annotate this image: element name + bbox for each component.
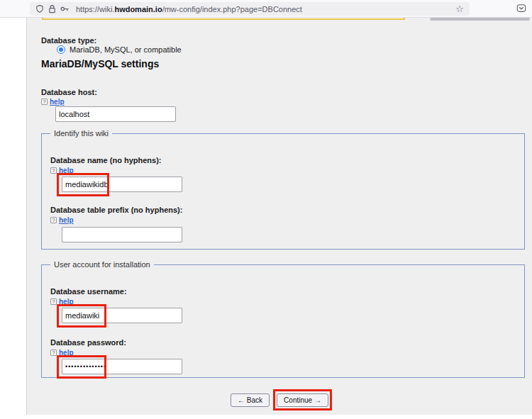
address-bar[interactable]: https://wiki.hwdomain.io/mw-config/index…: [30, 2, 470, 16]
help-link[interactable]: help: [59, 298, 74, 306]
url-text: https://wiki.hwdomain.io/mw-config/index…: [76, 5, 302, 13]
bookmark-star-icon[interactable]: ☆: [455, 4, 464, 13]
help-icon: ?: [50, 298, 57, 305]
pocket-icon[interactable]: [516, 4, 526, 16]
help-link[interactable]: help: [59, 349, 74, 357]
db-host-label: Database host:: [41, 88, 97, 96]
db-prefix-input[interactable]: [62, 227, 182, 242]
settings-heading: MariaDB/MySQL settings: [41, 58, 159, 69]
help-icon: ?: [50, 167, 57, 174]
continue-wrap: Continue →: [277, 393, 328, 407]
lock-icon[interactable]: [48, 4, 56, 13]
db-name-label: Database name (no hyphens):: [50, 156, 161, 164]
db-type-option-label: MariaDB, MySQL, or compatible: [70, 45, 182, 54]
help-link[interactable]: help: [50, 98, 65, 106]
help-link[interactable]: help: [59, 167, 74, 174]
radio-checked-icon[interactable]: [57, 45, 65, 54]
db-password-label: Database password:: [50, 338, 126, 347]
scrollbar-thumb[interactable]: [430, 18, 530, 21]
user-account-legend: User account for installation: [50, 260, 154, 269]
help-link[interactable]: help: [59, 216, 74, 224]
key-icon[interactable]: [60, 6, 70, 12]
db-host-help-row: ? help: [41, 98, 65, 106]
help-icon: ?: [41, 99, 48, 105]
db-username-input[interactable]: [62, 308, 182, 323]
db-password-input[interactable]: [62, 359, 182, 374]
shield-icon[interactable]: [35, 4, 44, 13]
radio-dot: [59, 48, 63, 52]
url-prefix: https://wiki.: [76, 5, 114, 13]
db-password-help-row: ? help: [50, 349, 74, 357]
help-icon: ?: [50, 350, 57, 356]
annotation-box-continue: [273, 389, 332, 410]
identify-wiki-fieldset: Identify this wiki Database name (no hyp…: [41, 133, 525, 250]
back-button[interactable]: ← Back: [231, 393, 270, 407]
db-name-input[interactable]: [62, 177, 182, 192]
db-username-label: Database username:: [50, 287, 127, 296]
db-type-option-row[interactable]: MariaDB, MySQL, or compatible: [57, 45, 182, 54]
url-path: /mw-config/index.php?page=DBConnect: [162, 5, 302, 13]
db-host-input[interactable]: [55, 106, 176, 122]
button-row: ← BackContinue →: [27, 393, 532, 407]
user-account-fieldset: User account for installation Database u…: [41, 264, 525, 378]
db-name-help-row: ? help: [50, 167, 74, 174]
installer-page: Database type: MariaDB, MySQL, or compat…: [26, 18, 532, 415]
url-domain: hwdomain.io: [114, 5, 162, 13]
db-username-help-row: ? help: [50, 298, 74, 306]
db-type-label: Database type:: [41, 36, 96, 45]
help-icon: ?: [50, 217, 57, 223]
identify-wiki-legend: Identify this wiki: [50, 129, 112, 138]
browser-toolbar: https://wiki.hwdomain.io/mw-config/index…: [0, 0, 532, 18]
db-prefix-label: Database table prefix (no hyphens):: [50, 206, 182, 214]
db-prefix-help-row: ? help: [50, 216, 74, 224]
